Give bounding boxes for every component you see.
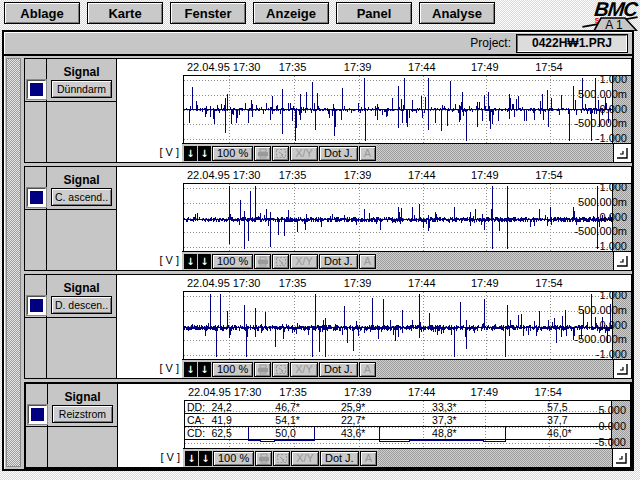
divider: [25, 209, 116, 210]
menu-item-karte[interactable]: Karte: [87, 2, 163, 24]
select-region-button[interactable]: [272, 362, 289, 377]
resize-corner[interactable]: [613, 252, 631, 270]
toolbar-scrollbar-track[interactable]: [377, 144, 613, 162]
x-tick-label: 17:49: [471, 386, 499, 398]
menu-item-ablage[interactable]: Ablage: [4, 2, 80, 24]
signal-color-checkbox-reizstrom[interactable]: [28, 405, 47, 424]
autoscale-down-button-2[interactable]: ↓: [198, 254, 211, 269]
divider: [26, 426, 117, 427]
resize-corner[interactable]: [613, 360, 631, 378]
signal-color-checkbox-d-descen[interactable]: [27, 296, 46, 315]
signal-select-button-reizstrom[interactable]: Reizstrom: [52, 405, 113, 423]
x-tick-label: 17:54: [535, 61, 563, 73]
y-tick-label: 0.000: [598, 420, 626, 432]
x-tick-label: 17:35: [279, 386, 307, 398]
a-mode-button[interactable]: A: [359, 254, 376, 269]
table-value: 48,8*: [432, 427, 457, 439]
table-row-cd: CD:62,550,043,6*48,8*46,0*: [185, 427, 611, 440]
dot-join-button[interactable]: Dot J.: [319, 254, 358, 269]
x-tick-label: 17:49: [471, 61, 499, 73]
zoom-level-button[interactable]: 100 %: [212, 362, 253, 377]
menu-item-analyse[interactable]: Analyse: [419, 2, 495, 24]
x-tick-label: 22.04.95 17:30: [187, 61, 260, 73]
y-tick-label: 0.000: [599, 103, 627, 115]
plot-toolbar: [ V ]↓↓100 %X/YDot J.A: [117, 251, 631, 270]
menu-item-fenster[interactable]: Fenster: [170, 2, 246, 24]
dot-join-button[interactable]: Dot J.: [319, 146, 358, 161]
x-tick-label: 22.04.95 17:30: [188, 386, 261, 398]
xy-mode-button[interactable]: X/Y: [290, 362, 318, 377]
select-region-button[interactable]: [272, 146, 289, 161]
row-label: DD:: [187, 401, 205, 413]
print-button[interactable]: [254, 362, 271, 377]
plot-toolbar: [ V ]↓↓100 %X/YDot J.A: [117, 143, 631, 162]
panel-header-reizstrom: SignalReizstrom: [26, 384, 118, 467]
table-value: 41,9: [211, 414, 231, 426]
dot-join-button[interactable]: Dot J.: [320, 451, 359, 466]
menu-item-anzeige[interactable]: Anzeige: [253, 2, 329, 24]
row-label: CA:: [187, 414, 205, 426]
table-value: 22,7*: [341, 414, 366, 426]
a-mode-button[interactable]: A: [360, 451, 377, 466]
signal-select-button-d-descen[interactable]: D. descen..: [51, 296, 112, 314]
x-tick-label: 17:44: [408, 386, 436, 398]
dot-join-button[interactable]: Dot J.: [319, 362, 358, 377]
a-mode-button[interactable]: A: [359, 146, 376, 161]
xy-mode-button[interactable]: X/Y: [291, 451, 319, 466]
toolbar-strip: ↓↓100 %X/YDot J.A: [182, 143, 631, 162]
xy-mode-button[interactable]: X/Y: [290, 146, 318, 161]
selection-icon: [275, 148, 287, 159]
menu-item-panel[interactable]: Panel: [336, 2, 412, 24]
signal-panel-c-ascend: SignalC. ascend..[ V ]↓↓100 %X/YDot J.A2…: [24, 166, 632, 271]
print-button[interactable]: [254, 254, 271, 269]
autoscale-down-button[interactable]: ↓: [184, 254, 197, 269]
signal-select-button-c-ascend[interactable]: C. ascend..: [51, 188, 112, 206]
y-tick-label: -500.000m: [574, 225, 627, 237]
autoscale-down-button[interactable]: ↓: [184, 362, 197, 377]
autoscale-down-button-2[interactable]: ↓: [198, 362, 211, 377]
signal-color-checkbox-duenndarm[interactable]: [27, 80, 46, 99]
divider: [25, 101, 116, 102]
y-tick-label: 0.000: [599, 211, 627, 223]
printer-icon: [257, 256, 269, 267]
window-tab-a1[interactable]: A 1: [590, 17, 638, 31]
autoscale-down-button-2[interactable]: ↓: [198, 146, 211, 161]
select-region-button[interactable]: [273, 451, 290, 466]
toolbar-scrollbar-track[interactable]: [377, 252, 613, 270]
resize-grip-icon: [616, 147, 629, 160]
select-region-button[interactable]: [272, 254, 289, 269]
unit-label: [ V ]: [118, 448, 183, 467]
zoom-level-button[interactable]: 100 %: [212, 146, 253, 161]
resize-corner[interactable]: [613, 144, 631, 162]
table-value: 54,1*: [275, 414, 300, 426]
y-tick-label: -1.000: [596, 240, 627, 252]
autoscale-down-button[interactable]: ↓: [184, 146, 197, 161]
a-mode-button[interactable]: A: [359, 362, 376, 377]
project-field[interactable]: 0422H₩1.PRJ: [517, 35, 627, 52]
signal-color-checkbox-c-ascend[interactable]: [27, 188, 46, 207]
menu-bar: Ablage Karte Fenster Anzeige Panel Analy…: [4, 2, 495, 24]
print-button[interactable]: [254, 146, 271, 161]
checkbox-fill: [30, 83, 43, 96]
zoom-level-button[interactable]: 100 %: [212, 254, 253, 269]
printer-icon: [257, 148, 269, 159]
zoom-level-button[interactable]: 100 %: [213, 451, 254, 466]
toolbar-scrollbar-track[interactable]: [378, 449, 612, 467]
toolbar-scrollbar-track[interactable]: [377, 360, 613, 378]
signal-select-button-duenndarm[interactable]: Dünndarm: [51, 80, 112, 98]
autoscale-down-button[interactable]: ↓: [185, 451, 198, 466]
signal-panel-reizstrom: SignalReizstromDD:24,246,7*25,9*33,3*57,…: [24, 382, 632, 469]
y-tick-label: 1.000: [599, 73, 627, 85]
xy-mode-button[interactable]: X/Y: [290, 254, 318, 269]
y-tick-label: 1.000: [599, 181, 627, 193]
print-button[interactable]: [255, 451, 272, 466]
autoscale-down-button-2[interactable]: ↓: [199, 451, 212, 466]
selection-icon: [276, 453, 288, 464]
x-tick-label: 17:35: [279, 169, 307, 181]
x-tick-label: 17:49: [471, 169, 499, 181]
project-label: Project:: [470, 36, 511, 50]
table-value: 46,7*: [275, 401, 300, 413]
resize-corner[interactable]: [612, 449, 630, 467]
panel-drag-strip[interactable]: [6, 58, 21, 467]
y-tick-label: 0.000: [599, 319, 627, 331]
